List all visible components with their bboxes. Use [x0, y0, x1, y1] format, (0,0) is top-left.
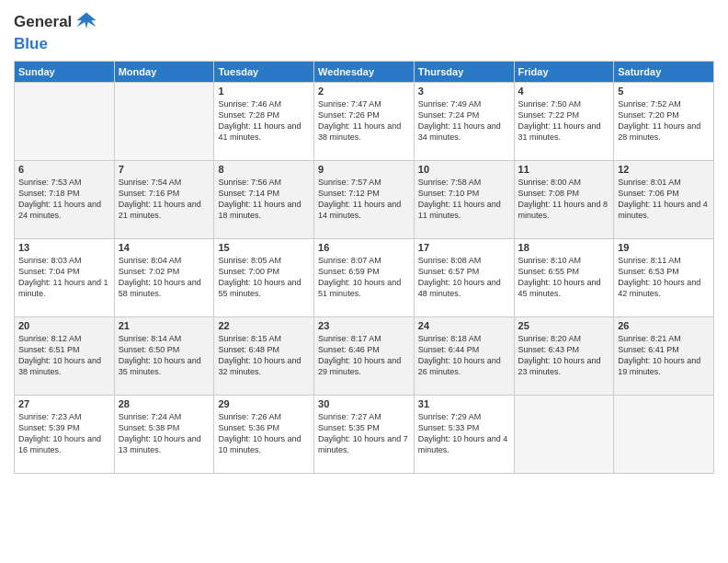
day-info: Sunrise: 8:08 AMSunset: 6:57 PMDaylight:… — [418, 255, 510, 300]
calendar-cell: 18Sunrise: 8:10 AMSunset: 6:55 PMDayligh… — [514, 238, 614, 316]
day-number: 8 — [218, 164, 310, 175]
day-info: Sunrise: 7:23 AMSunset: 5:39 PMDaylight:… — [18, 411, 110, 456]
day-info: Sunrise: 8:15 AMSunset: 6:48 PMDaylight:… — [218, 333, 310, 378]
week-row-4: 20Sunrise: 8:12 AMSunset: 6:51 PMDayligh… — [15, 316, 714, 395]
calendar-cell: 8Sunrise: 7:56 AMSunset: 7:14 PMDaylight… — [214, 160, 314, 238]
svg-marker-0 — [77, 13, 97, 29]
day-number: 27 — [18, 398, 110, 409]
calendar-cell: 29Sunrise: 7:26 AMSunset: 5:36 PMDayligh… — [214, 395, 314, 473]
calendar-header: SundayMondayTuesdayWednesdayThursdayFrid… — [15, 61, 714, 82]
week-row-3: 13Sunrise: 8:03 AMSunset: 7:04 PMDayligh… — [15, 238, 714, 316]
day-number: 14 — [119, 242, 210, 253]
day-info: Sunrise: 8:03 AMSunset: 7:04 PMDaylight:… — [18, 255, 110, 300]
calendar-cell: 3Sunrise: 7:49 AMSunset: 7:24 PMDaylight… — [414, 82, 514, 160]
day-info: Sunrise: 7:54 AMSunset: 7:16 PMDaylight:… — [119, 177, 210, 222]
calendar-cell: 15Sunrise: 8:05 AMSunset: 7:00 PMDayligh… — [214, 238, 314, 316]
weekday-header-friday: Friday — [514, 61, 614, 82]
day-info: Sunrise: 8:07 AMSunset: 6:59 PMDaylight:… — [318, 255, 410, 300]
day-info: Sunrise: 8:00 AMSunset: 7:08 PMDaylight:… — [518, 177, 610, 222]
day-number: 21 — [119, 320, 210, 331]
day-number: 7 — [119, 164, 210, 175]
day-info: Sunrise: 8:05 AMSunset: 7:00 PMDaylight:… — [218, 255, 310, 300]
day-info: Sunrise: 7:47 AMSunset: 7:26 PMDaylight:… — [318, 98, 410, 144]
calendar-cell: 2Sunrise: 7:47 AMSunset: 7:26 PMDaylight… — [314, 82, 415, 160]
calendar-cell: 12Sunrise: 8:01 AMSunset: 7:06 PMDayligh… — [614, 160, 714, 238]
weekday-header-monday: Monday — [114, 61, 214, 82]
week-row-2: 6Sunrise: 7:53 AMSunset: 7:18 PMDaylight… — [15, 160, 714, 238]
day-info: Sunrise: 7:58 AMSunset: 7:10 PMDaylight:… — [418, 177, 510, 222]
day-number: 5 — [618, 86, 710, 97]
calendar-cell: 31Sunrise: 7:29 AMSunset: 5:33 PMDayligh… — [414, 395, 514, 473]
calendar-cell: 14Sunrise: 8:04 AMSunset: 7:02 PMDayligh… — [114, 238, 214, 316]
day-info: Sunrise: 8:18 AMSunset: 6:44 PMDaylight:… — [418, 333, 510, 378]
day-info: Sunrise: 7:27 AMSunset: 5:35 PMDaylight:… — [318, 411, 410, 456]
day-number: 9 — [318, 164, 410, 175]
day-number: 3 — [418, 86, 510, 97]
day-info: Sunrise: 8:20 AMSunset: 6:43 PMDaylight:… — [518, 333, 610, 378]
day-info: Sunrise: 8:11 AMSunset: 6:53 PMDaylight:… — [618, 255, 710, 300]
calendar-cell: 23Sunrise: 8:17 AMSunset: 6:46 PMDayligh… — [314, 316, 415, 395]
day-info: Sunrise: 7:26 AMSunset: 5:36 PMDaylight:… — [218, 411, 310, 456]
weekday-header-wednesday: Wednesday — [314, 61, 415, 82]
day-info: Sunrise: 7:57 AMSunset: 7:12 PMDaylight:… — [318, 177, 410, 222]
day-number: 13 — [18, 242, 110, 253]
calendar-cell: 19Sunrise: 8:11 AMSunset: 6:53 PMDayligh… — [614, 238, 714, 316]
day-number: 16 — [318, 242, 410, 253]
calendar-cell: 7Sunrise: 7:54 AMSunset: 7:16 PMDaylight… — [114, 160, 214, 238]
logo: General Blue — [14, 9, 99, 53]
calendar-cell — [15, 82, 115, 160]
day-number: 23 — [318, 320, 410, 331]
day-number: 25 — [518, 320, 610, 331]
day-number: 17 — [418, 242, 510, 253]
day-number: 19 — [618, 242, 710, 253]
calendar-cell: 17Sunrise: 8:08 AMSunset: 6:57 PMDayligh… — [414, 238, 514, 316]
weekday-header-thursday: Thursday — [414, 61, 514, 82]
calendar-cell: 25Sunrise: 8:20 AMSunset: 6:43 PMDayligh… — [514, 316, 614, 395]
day-info: Sunrise: 8:17 AMSunset: 6:46 PMDaylight:… — [318, 333, 410, 378]
logo-bird-icon — [74, 9, 99, 35]
day-number: 24 — [418, 320, 510, 331]
calendar-cell: 9Sunrise: 7:57 AMSunset: 7:12 PMDaylight… — [314, 160, 415, 238]
weekday-header-saturday: Saturday — [614, 61, 714, 82]
day-number: 20 — [18, 320, 110, 331]
day-info: Sunrise: 8:04 AMSunset: 7:02 PMDaylight:… — [119, 255, 210, 300]
calendar-cell: 1Sunrise: 7:46 AMSunset: 7:28 PMDaylight… — [214, 82, 314, 160]
day-info: Sunrise: 8:14 AMSunset: 6:50 PMDaylight:… — [119, 333, 210, 378]
day-number: 1 — [218, 86, 310, 97]
day-number: 10 — [418, 164, 510, 175]
day-info: Sunrise: 8:21 AMSunset: 6:41 PMDaylight:… — [618, 333, 710, 378]
day-number: 18 — [518, 242, 610, 253]
calendar-cell: 10Sunrise: 7:58 AMSunset: 7:10 PMDayligh… — [414, 160, 514, 238]
calendar-cell: 5Sunrise: 7:52 AMSunset: 7:20 PMDaylight… — [614, 82, 714, 160]
calendar-cell: 13Sunrise: 8:03 AMSunset: 7:04 PMDayligh… — [15, 238, 115, 316]
day-number: 4 — [518, 86, 610, 97]
calendar-cell — [614, 395, 714, 473]
day-number: 2 — [318, 86, 410, 97]
day-number: 22 — [218, 320, 310, 331]
weekday-header-sunday: Sunday — [15, 61, 115, 82]
day-info: Sunrise: 7:50 AMSunset: 7:22 PMDaylight:… — [518, 98, 610, 144]
day-info: Sunrise: 8:12 AMSunset: 6:51 PMDaylight:… — [18, 333, 110, 378]
logo-general: General — [14, 13, 72, 31]
day-info: Sunrise: 7:49 AMSunset: 7:24 PMDaylight:… — [418, 98, 510, 144]
calendar-cell: 20Sunrise: 8:12 AMSunset: 6:51 PMDayligh… — [15, 316, 115, 395]
day-number: 26 — [618, 320, 710, 331]
day-number: 28 — [119, 398, 210, 409]
calendar-cell — [514, 395, 614, 473]
day-info: Sunrise: 7:46 AMSunset: 7:28 PMDaylight:… — [218, 98, 310, 144]
calendar-cell: 21Sunrise: 8:14 AMSunset: 6:50 PMDayligh… — [114, 316, 214, 395]
logo-blue: Blue — [14, 35, 99, 53]
calendar-cell: 6Sunrise: 7:53 AMSunset: 7:18 PMDaylight… — [15, 160, 115, 238]
calendar-cell: 24Sunrise: 8:18 AMSunset: 6:44 PMDayligh… — [414, 316, 514, 395]
calendar-cell: 22Sunrise: 8:15 AMSunset: 6:48 PMDayligh… — [214, 316, 314, 395]
day-info: Sunrise: 7:56 AMSunset: 7:14 PMDaylight:… — [218, 177, 310, 222]
calendar-cell: 30Sunrise: 7:27 AMSunset: 5:35 PMDayligh… — [314, 395, 415, 473]
calendar-cell: 28Sunrise: 7:24 AMSunset: 5:38 PMDayligh… — [114, 395, 214, 473]
day-number: 15 — [218, 242, 310, 253]
weekday-header-tuesday: Tuesday — [214, 61, 314, 82]
day-info: Sunrise: 7:52 AMSunset: 7:20 PMDaylight:… — [618, 98, 710, 144]
day-number: 12 — [618, 164, 710, 175]
calendar-cell — [114, 82, 214, 160]
calendar-cell: 11Sunrise: 8:00 AMSunset: 7:08 PMDayligh… — [514, 160, 614, 238]
day-number: 29 — [218, 398, 310, 409]
